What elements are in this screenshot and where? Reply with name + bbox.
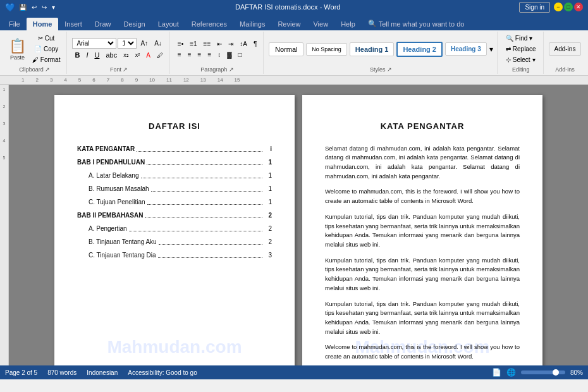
editing-group: 🔍 Find▾ ⇄ Replace ⊹ Select▾ Editing: [499, 32, 544, 74]
para-row-2: ≡ ≡ ≡ ≡ ↕ ▓ □: [175, 50, 259, 59]
font-color-button[interactable]: A: [144, 51, 153, 60]
toc-entry: A. Latar Belakang1: [77, 171, 272, 180]
toc-watermark: Mahmudan.com: [107, 334, 242, 360]
minimize-button[interactable]: −: [554, 3, 563, 11]
underline-button[interactable]: U: [92, 50, 102, 60]
align-right-button[interactable]: ≡: [195, 50, 204, 59]
styles-boxes: Normal No Spacing Heading 1 Heading 2 He…: [269, 42, 493, 57]
web-layout-button[interactable]: 🌐: [506, 368, 516, 377]
find-button[interactable]: 🔍 Find▾: [503, 34, 539, 43]
print-layout-button[interactable]: 📄: [492, 368, 501, 377]
toc-page-num: 2: [264, 211, 272, 220]
addins-button[interactable]: Add-ins: [549, 42, 582, 56]
tab-draw[interactable]: Draw: [89, 18, 118, 30]
select-button[interactable]: ⊹ Select▾: [503, 55, 539, 64]
toc-entry: C. Tinjauan Tentang Dia3: [77, 250, 272, 260]
style-heading2[interactable]: Heading 2: [396, 42, 443, 57]
toc-entry-text: BAB II PEMBAHASAN: [77, 211, 143, 220]
close-button[interactable]: ✕: [574, 3, 583, 11]
subscript-button[interactable]: x₂: [121, 51, 132, 59]
line-spacing-button[interactable]: ↕: [215, 50, 223, 59]
superscript-button[interactable]: x²: [133, 51, 143, 59]
select-icon: ⊹: [506, 56, 511, 63]
increase-indent-button[interactable]: ⇥: [226, 39, 236, 49]
tab-help[interactable]: Help: [334, 18, 362, 30]
replace-button[interactable]: ⇄ Replace: [503, 44, 539, 54]
toc-entry-text: BAB I PENDAHULUAN: [77, 157, 145, 167]
multilevel-button[interactable]: ≡≡: [201, 39, 214, 49]
shading-button[interactable]: ▓: [224, 50, 234, 59]
format-painter-button[interactable]: 🖌 Format: [30, 55, 63, 64]
clipboard-small-buttons: ✂ Cut 📄 Copy 🖌 Format: [30, 34, 63, 64]
tab-references[interactable]: References: [185, 18, 233, 30]
tab-layout[interactable]: Layout: [152, 18, 185, 30]
style-no-spacing[interactable]: No Spacing: [306, 43, 347, 56]
style-heading1[interactable]: Heading 1: [350, 42, 395, 56]
toc-page-num: i: [264, 144, 272, 154]
toc-entry-text: B. Rumusan Masalah: [89, 184, 149, 193]
save-button[interactable]: 💾: [18, 3, 28, 11]
clipboard-group: 📋 Paste ✂ Cut 📄 Copy 🖌 Format Clipboard …: [3, 32, 67, 74]
toc-dots: [145, 211, 262, 218]
tab-view[interactable]: View: [307, 18, 334, 30]
word-count: 870 words: [47, 369, 77, 376]
customize-quick-access[interactable]: ▾: [51, 3, 56, 11]
toc-entry: B. Tinjauan Tentang Aku2: [77, 237, 272, 247]
paste-button[interactable]: 📋 Paste: [6, 37, 28, 62]
maximize-button[interactable]: □: [564, 3, 573, 11]
cut-button[interactable]: ✂ Cut: [30, 34, 63, 43]
bold-button[interactable]: B: [72, 50, 82, 60]
toc-dots: [147, 157, 262, 165]
document-area[interactable]: Mahmudan.com DAFTAR ISI KATA PENGANTARiB…: [9, 85, 588, 365]
toc-page-content: DAFTAR ISI KATA PENGANTARiBAB I PENDAHUL…: [77, 120, 272, 260]
zoom-slider[interactable]: [521, 371, 565, 374]
numbering-button[interactable]: ≡1: [187, 39, 199, 49]
strikethrough-button[interactable]: abc: [103, 50, 119, 60]
show-formatting-button[interactable]: ¶: [251, 39, 259, 49]
toc-dots: [129, 224, 262, 231]
font-size-select[interactable]: 12: [118, 38, 137, 49]
align-center-button[interactable]: ≡: [185, 50, 194, 59]
paragraph-group: ≡• ≡1 ≡≡ ⇤ ⇥ ↕A ¶ ≡ ≡ ≡ ≡ ↕ ▓ □: [171, 32, 264, 74]
undo-button[interactable]: ↩: [30, 3, 38, 11]
decrease-indent-button[interactable]: ⇤: [214, 39, 224, 49]
font-name-select[interactable]: Arial: [72, 38, 116, 49]
align-justify-button[interactable]: ≡: [205, 50, 214, 59]
clipboard-content: 📋 Paste ✂ Cut 📄 Copy 🖌 Format: [6, 33, 63, 65]
page-count: Page 2 of 5: [5, 369, 37, 376]
highlight-button[interactable]: 🖊: [154, 51, 166, 60]
styles-scroll-down[interactable]: ▾: [489, 45, 493, 54]
font-controls: Arial 12 A↑ A↓ B I U abc x₂ x² A 🖊: [72, 38, 165, 60]
toc-entry-text: C. Tujuan Penelitian: [89, 197, 145, 207]
sign-in-button[interactable]: Sign in: [519, 2, 550, 13]
title-bar-right: Sign in − □ ✕: [519, 2, 583, 13]
decrease-font-button[interactable]: A↓: [152, 39, 164, 48]
style-heading3[interactable]: Heading 3: [445, 42, 487, 56]
bullets-button[interactable]: ≡•: [175, 39, 186, 49]
tab-mailings[interactable]: Mailings: [233, 18, 271, 30]
styles-group: Normal No Spacing Heading 1 Heading 2 He…: [265, 32, 497, 74]
sort-button[interactable]: ↕A: [237, 39, 250, 49]
tab-design[interactable]: Design: [117, 18, 151, 30]
toc-dots: [141, 171, 263, 178]
copy-button[interactable]: 📄 Copy: [30, 44, 63, 54]
tab-review[interactable]: Review: [271, 18, 307, 30]
zoom-thumb[interactable]: [553, 369, 559, 376]
align-left-button[interactable]: ≡: [175, 50, 184, 59]
italic-button[interactable]: I: [83, 50, 90, 60]
toc-entry-text: C. Tinjauan Tentang Dia: [89, 250, 156, 260]
style-normal[interactable]: Normal: [269, 42, 303, 56]
find-icon: 🔍: [506, 35, 513, 42]
redo-button[interactable]: ↪: [40, 3, 48, 11]
toc-title: DAFTAR ISI: [77, 120, 272, 133]
tab-insert[interactable]: Insert: [58, 18, 89, 30]
toc-page-num: 1: [264, 157, 272, 167]
tab-file[interactable]: File: [3, 18, 27, 30]
tab-tell-me[interactable]: 🔍 Tell me what you want to do: [362, 17, 471, 30]
status-right: 📄 🌐 80%: [492, 368, 583, 377]
kp-paragraph: Kumpulan tutorial, tips dan trik. Pandua…: [325, 256, 520, 293]
tab-home[interactable]: Home: [27, 18, 59, 30]
increase-font-button[interactable]: A↑: [138, 39, 150, 48]
border-button[interactable]: □: [236, 50, 245, 59]
language: Indonesian: [87, 369, 118, 376]
